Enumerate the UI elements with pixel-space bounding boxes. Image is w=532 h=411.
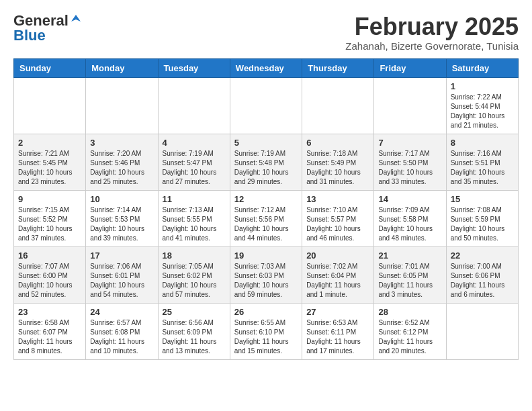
- calendar-cell: 10Sunrise: 7:14 AM Sunset: 5:53 PM Dayli…: [86, 190, 158, 246]
- day-info: Sunrise: 7:14 AM Sunset: 5:53 PM Dayligh…: [90, 205, 153, 243]
- calendar-cell: 1Sunrise: 7:22 AM Sunset: 5:44 PM Daylig…: [446, 77, 518, 134]
- calendar-cell: [374, 77, 446, 134]
- day-info: Sunrise: 7:12 AM Sunset: 5:56 PM Dayligh…: [234, 205, 298, 243]
- calendar-cell: [86, 77, 158, 134]
- day-info: Sunrise: 7:05 AM Sunset: 6:02 PM Dayligh…: [163, 262, 226, 300]
- logo-general-text: General: [13, 13, 69, 28]
- day-number: 17: [90, 250, 153, 261]
- day-info: Sunrise: 6:58 AM Sunset: 6:07 PM Dayligh…: [18, 318, 81, 356]
- calendar-cell: 14Sunrise: 7:09 AM Sunset: 5:58 PM Dayli…: [374, 190, 446, 246]
- day-info: Sunrise: 7:20 AM Sunset: 5:46 PM Dayligh…: [90, 149, 153, 187]
- calendar-week-row: 9Sunrise: 7:15 AM Sunset: 5:52 PM Daylig…: [14, 190, 519, 246]
- month-title: February 2025: [345, 13, 519, 40]
- day-info: Sunrise: 6:57 AM Sunset: 6:08 PM Dayligh…: [90, 318, 153, 356]
- calendar-week-row: 16Sunrise: 7:07 AM Sunset: 6:00 PM Dayli…: [14, 246, 519, 303]
- calendar-cell: 4Sunrise: 7:19 AM Sunset: 5:47 PM Daylig…: [158, 134, 230, 190]
- day-number: 16: [18, 250, 81, 261]
- day-info: Sunrise: 7:09 AM Sunset: 5:58 PM Dayligh…: [378, 205, 441, 243]
- calendar-cell: 23Sunrise: 6:58 AM Sunset: 6:07 PM Dayli…: [14, 303, 86, 359]
- day-info: Sunrise: 7:15 AM Sunset: 5:52 PM Dayligh…: [18, 205, 81, 243]
- day-info: Sunrise: 7:03 AM Sunset: 6:03 PM Dayligh…: [234, 262, 298, 300]
- day-number: 21: [378, 250, 441, 261]
- calendar-cell: 6Sunrise: 7:18 AM Sunset: 5:49 PM Daylig…: [302, 134, 374, 190]
- location-subtitle: Zahanah, Bizerte Governorate, Tunisia: [345, 40, 519, 52]
- weekday-header-monday: Monday: [86, 58, 158, 77]
- calendar-cell: 5Sunrise: 7:19 AM Sunset: 5:48 PM Daylig…: [230, 134, 302, 190]
- calendar-cell: 8Sunrise: 7:16 AM Sunset: 5:51 PM Daylig…: [446, 134, 518, 190]
- calendar-week-row: 23Sunrise: 6:58 AM Sunset: 6:07 PM Dayli…: [14, 303, 519, 359]
- weekday-header-tuesday: Tuesday: [158, 58, 230, 77]
- day-number: 22: [451, 250, 514, 261]
- day-info: Sunrise: 7:06 AM Sunset: 6:01 PM Dayligh…: [90, 262, 153, 300]
- day-number: 19: [234, 250, 298, 261]
- day-number: 1: [451, 81, 514, 91]
- calendar-cell: 16Sunrise: 7:07 AM Sunset: 6:00 PM Dayli…: [14, 246, 86, 303]
- day-number: 15: [451, 194, 514, 204]
- calendar-cell: 26Sunrise: 6:55 AM Sunset: 6:10 PM Dayli…: [230, 303, 302, 359]
- day-number: 26: [234, 307, 298, 317]
- day-number: 13: [306, 194, 369, 204]
- weekday-header-saturday: Saturday: [446, 58, 518, 77]
- day-info: Sunrise: 7:01 AM Sunset: 6:05 PM Dayligh…: [378, 262, 441, 300]
- day-info: Sunrise: 6:55 AM Sunset: 6:10 PM Dayligh…: [234, 318, 298, 356]
- day-number: 2: [18, 138, 81, 148]
- weekday-header-wednesday: Wednesday: [230, 58, 302, 77]
- page-header: General Blue February 2025 Zahanah, Bize…: [13, 13, 519, 52]
- calendar-cell: 21Sunrise: 7:01 AM Sunset: 6:05 PM Dayli…: [374, 246, 446, 303]
- day-number: 18: [163, 250, 226, 261]
- calendar-cell: [446, 303, 518, 359]
- calendar-week-row: 2Sunrise: 7:21 AM Sunset: 5:45 PM Daylig…: [14, 134, 519, 190]
- calendar-cell: 22Sunrise: 7:00 AM Sunset: 6:06 PM Dayli…: [446, 246, 518, 303]
- day-info: Sunrise: 7:17 AM Sunset: 5:50 PM Dayligh…: [378, 149, 441, 187]
- day-info: Sunrise: 7:07 AM Sunset: 6:00 PM Dayligh…: [18, 262, 81, 300]
- day-number: 11: [163, 194, 226, 204]
- day-info: Sunrise: 6:53 AM Sunset: 6:11 PM Dayligh…: [306, 318, 369, 356]
- calendar-cell: 19Sunrise: 7:03 AM Sunset: 6:03 PM Dayli…: [230, 246, 302, 303]
- day-info: Sunrise: 7:22 AM Sunset: 5:44 PM Dayligh…: [451, 93, 514, 130]
- day-info: Sunrise: 7:02 AM Sunset: 6:04 PM Dayligh…: [306, 262, 369, 300]
- svg-marker-0: [71, 15, 81, 21]
- day-number: 28: [378, 307, 441, 317]
- calendar-cell: 17Sunrise: 7:06 AM Sunset: 6:01 PM Dayli…: [86, 246, 158, 303]
- calendar-cell: 13Sunrise: 7:10 AM Sunset: 5:57 PM Dayli…: [302, 190, 374, 246]
- calendar-cell: 11Sunrise: 7:13 AM Sunset: 5:55 PM Dayli…: [158, 190, 230, 246]
- day-number: 24: [90, 307, 153, 317]
- calendar-cell: 25Sunrise: 6:56 AM Sunset: 6:09 PM Dayli…: [158, 303, 230, 359]
- day-number: 14: [378, 194, 441, 204]
- calendar-cell: [302, 77, 374, 134]
- day-number: 3: [90, 138, 153, 148]
- calendar-cell: 15Sunrise: 7:08 AM Sunset: 5:59 PM Dayli…: [446, 190, 518, 246]
- calendar-cell: 18Sunrise: 7:05 AM Sunset: 6:02 PM Dayli…: [158, 246, 230, 303]
- calendar-cell: 20Sunrise: 7:02 AM Sunset: 6:04 PM Dayli…: [302, 246, 374, 303]
- day-info: Sunrise: 7:19 AM Sunset: 5:47 PM Dayligh…: [163, 149, 226, 187]
- day-number: 6: [306, 138, 369, 148]
- calendar-cell: 27Sunrise: 6:53 AM Sunset: 6:11 PM Dayli…: [302, 303, 374, 359]
- day-number: 8: [451, 138, 514, 148]
- calendar-cell: [14, 77, 86, 134]
- logo-blue-text: Blue: [13, 28, 46, 43]
- logo: General Blue: [13, 13, 82, 43]
- weekday-header-sunday: Sunday: [14, 58, 86, 77]
- day-number: 9: [18, 194, 81, 204]
- day-number: 7: [378, 138, 441, 148]
- day-info: Sunrise: 7:16 AM Sunset: 5:51 PM Dayligh…: [451, 149, 514, 187]
- weekday-header-thursday: Thursday: [302, 58, 374, 77]
- day-number: 5: [234, 138, 298, 148]
- day-number: 23: [18, 307, 81, 317]
- day-number: 25: [163, 307, 226, 317]
- calendar-table: SundayMondayTuesdayWednesdayThursdayFrid…: [13, 58, 519, 360]
- calendar-week-row: 1Sunrise: 7:22 AM Sunset: 5:44 PM Daylig…: [14, 77, 519, 134]
- day-number: 12: [234, 194, 298, 204]
- calendar-cell: 3Sunrise: 7:20 AM Sunset: 5:46 PM Daylig…: [86, 134, 158, 190]
- day-number: 4: [163, 138, 226, 148]
- calendar-cell: 28Sunrise: 6:52 AM Sunset: 6:12 PM Dayli…: [374, 303, 446, 359]
- day-info: Sunrise: 6:52 AM Sunset: 6:12 PM Dayligh…: [378, 318, 441, 356]
- logo-bird-icon: [70, 13, 82, 26]
- day-info: Sunrise: 7:10 AM Sunset: 5:57 PM Dayligh…: [306, 205, 369, 243]
- day-info: Sunrise: 7:18 AM Sunset: 5:49 PM Dayligh…: [306, 149, 369, 187]
- day-number: 10: [90, 194, 153, 204]
- calendar-cell: 12Sunrise: 7:12 AM Sunset: 5:56 PM Dayli…: [230, 190, 302, 246]
- title-section: February 2025 Zahanah, Bizerte Governora…: [345, 13, 519, 52]
- day-info: Sunrise: 6:56 AM Sunset: 6:09 PM Dayligh…: [163, 318, 226, 356]
- day-info: Sunrise: 7:08 AM Sunset: 5:59 PM Dayligh…: [451, 205, 514, 243]
